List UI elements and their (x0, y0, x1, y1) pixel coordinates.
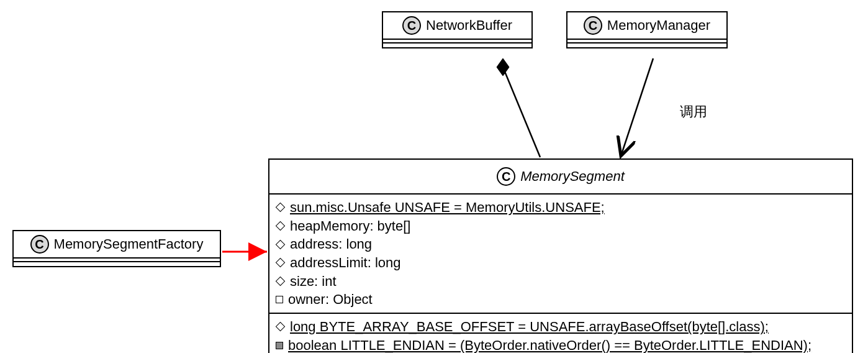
class-header: C MemorySegmentFactory (14, 231, 220, 259)
visibility-icon (276, 258, 286, 268)
relationship-label: 调用 (680, 103, 707, 121)
visibility-icon (276, 342, 283, 349)
attribute-text: sun.misc.Unsafe UNSAFE = MemoryUtils.UNS… (290, 198, 605, 217)
attribute-text: owner: Object (288, 290, 373, 309)
visibility-icon (276, 221, 286, 231)
visibility-icon (276, 203, 286, 213)
visibility-icon (276, 296, 283, 303)
class-header: C NetworkBuffer (383, 12, 531, 40)
class-memory-segment-factory: C MemorySegmentFactory (12, 230, 221, 267)
svg-line-0 (503, 67, 540, 157)
class-memory-manager: C MemoryManager (566, 11, 728, 48)
class-ops-empty (383, 44, 531, 47)
class-stereotype-icon: C (30, 235, 49, 254)
attribute-text: heapMemory: byte[] (290, 217, 410, 236)
visibility-icon (276, 277, 286, 287)
class-name: MemorySegment (520, 168, 625, 185)
attribute-row: size: int (276, 272, 846, 291)
attribute-row: sun.misc.Unsafe UNSAFE = MemoryUtils.UNS… (276, 198, 846, 217)
class-stereotype-icon: C (402, 16, 421, 35)
class-name: MemorySegmentFactory (54, 236, 204, 252)
class-name: MemoryManager (607, 17, 710, 34)
class-ops-empty (14, 262, 220, 266)
attribute-row: owner: Object (276, 290, 846, 309)
operation-row: long BYTE_ARRAY_BASE_OFFSET = UNSAFE.arr… (276, 318, 846, 336)
class-memory-segment: C MemorySegment sun.misc.Unsafe UNSAFE =… (268, 158, 853, 353)
operation-text: long BYTE_ARRAY_BASE_OFFSET = UNSAFE.arr… (290, 318, 769, 336)
class-header: C MemorySegment (269, 160, 852, 195)
class-ops-empty (567, 44, 726, 47)
class-attributes: sun.misc.Unsafe UNSAFE = MemoryUtils.UNS… (269, 195, 852, 314)
operation-row: boolean LITTLE_ENDIAN = (ByteOrder.nativ… (276, 336, 846, 353)
attribute-text: size: int (290, 272, 337, 291)
visibility-icon (276, 322, 286, 332)
class-network-buffer: C NetworkBuffer (382, 11, 533, 48)
attribute-text: addressLimit: long (290, 254, 401, 272)
attribute-row: heapMemory: byte[] (276, 217, 846, 236)
svg-marker-1 (497, 58, 509, 76)
class-header: C MemoryManager (567, 12, 726, 40)
rel-manager-to-segment (621, 58, 653, 156)
operation-text: boolean LITTLE_ENDIAN = (ByteOrder.nativ… (288, 336, 811, 353)
attribute-text: address: long (290, 235, 372, 254)
attribute-row: address: long (276, 235, 846, 254)
class-stereotype-icon: C (497, 167, 515, 186)
attribute-row: addressLimit: long (276, 254, 846, 272)
visibility-icon (276, 239, 286, 249)
class-name: NetworkBuffer (426, 17, 512, 34)
class-stereotype-icon: C (584, 16, 602, 35)
class-operations: long BYTE_ARRAY_BASE_OFFSET = UNSAFE.arr… (269, 314, 852, 353)
rel-buffer-to-segment (497, 58, 540, 157)
